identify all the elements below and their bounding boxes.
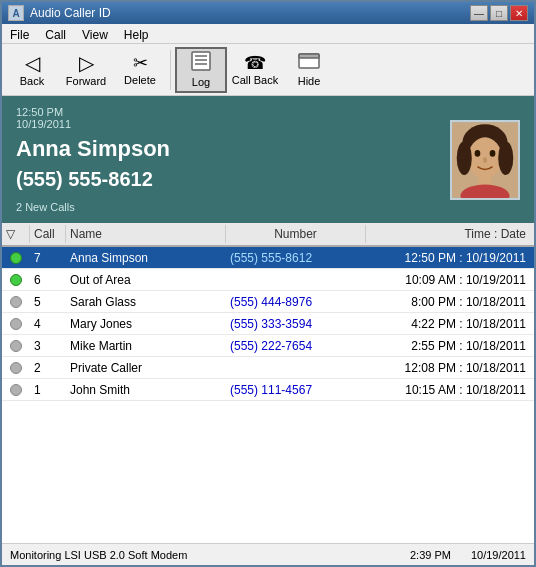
caller-panel: 12:50 PM 10/19/2011 Anna Simpson (555) 5… bbox=[2, 96, 534, 223]
status-dot-cell bbox=[2, 294, 30, 310]
call-time-date: 2:55 PM : 10/18/2011 bbox=[366, 337, 534, 355]
table-row[interactable]: 2 Private Caller 12:08 PM : 10/18/2011 bbox=[2, 357, 534, 379]
status-bar: Monitoring LSI USB 2.0 Soft Modem 2:39 P… bbox=[2, 543, 534, 565]
delete-label: Delete bbox=[124, 74, 156, 86]
status-dot-cell bbox=[2, 382, 30, 398]
callback-label: Call Back bbox=[232, 74, 278, 86]
hide-button[interactable]: Hide bbox=[283, 47, 335, 93]
call-id: 4 bbox=[30, 315, 66, 333]
call-name: Mike Martin bbox=[66, 337, 226, 355]
status-dot bbox=[10, 318, 22, 330]
call-number: (555) 555-8612 bbox=[226, 249, 366, 267]
forward-icon: ▷ bbox=[79, 53, 94, 73]
caller-datetime: 12:50 PM 10/19/2011 bbox=[16, 106, 170, 130]
callback-button[interactable]: ☎ Call Back bbox=[229, 47, 281, 93]
svg-point-10 bbox=[490, 150, 496, 157]
call-name: Anna Simpson bbox=[66, 249, 226, 267]
call-id: 3 bbox=[30, 337, 66, 355]
status-dot bbox=[10, 340, 22, 352]
svg-point-14 bbox=[457, 141, 472, 175]
call-name: John Smith bbox=[66, 381, 226, 399]
call-list-header: ▽ Call Name Number Time : Date bbox=[2, 223, 534, 247]
caller-info: 12:50 PM 10/19/2011 Anna Simpson (555) 5… bbox=[16, 106, 170, 213]
forward-button[interactable]: ▷ Forward bbox=[60, 47, 112, 93]
back-icon: ◁ bbox=[25, 53, 40, 73]
call-id: 5 bbox=[30, 293, 66, 311]
call-number: (555) 333-3594 bbox=[226, 315, 366, 333]
call-id: 6 bbox=[30, 271, 66, 289]
svg-point-15 bbox=[498, 141, 513, 175]
minimize-button[interactable]: — bbox=[470, 5, 488, 21]
call-id: 7 bbox=[30, 249, 66, 267]
status-bar-right: 2:39 PM 10/19/2011 bbox=[410, 549, 526, 561]
call-number: (555) 222-7654 bbox=[226, 337, 366, 355]
menu-file[interactable]: File bbox=[2, 26, 37, 41]
status-dot bbox=[10, 274, 22, 286]
call-name: Mary Jones bbox=[66, 315, 226, 333]
call-id: 1 bbox=[30, 381, 66, 399]
caller-new-calls: 2 New Calls bbox=[16, 201, 170, 213]
status-dot-cell bbox=[2, 250, 30, 266]
menu-bar: File Call View Help bbox=[2, 24, 534, 44]
hide-icon bbox=[298, 52, 320, 73]
status-time: 2:39 PM bbox=[410, 549, 451, 561]
back-label: Back bbox=[20, 75, 44, 87]
call-rows: 7 Anna Simpson (555) 555-8612 12:50 PM :… bbox=[2, 247, 534, 401]
caller-number: (555) 555-8612 bbox=[16, 168, 170, 191]
callback-icon: ☎ bbox=[244, 54, 266, 72]
delete-icon: ✂ bbox=[133, 54, 148, 72]
toolbar-separator bbox=[170, 50, 171, 90]
table-row[interactable]: 7 Anna Simpson (555) 555-8612 12:50 PM :… bbox=[2, 247, 534, 269]
call-list: ▽ Call Name Number Time : Date 7 Anna Si… bbox=[2, 223, 534, 543]
table-row[interactable]: 5 Sarah Glass (555) 444-8976 8:00 PM : 1… bbox=[2, 291, 534, 313]
app-icon: A bbox=[8, 5, 24, 21]
window-title: Audio Caller ID bbox=[30, 6, 111, 20]
call-id: 2 bbox=[30, 359, 66, 377]
call-number bbox=[226, 366, 366, 370]
maximize-button[interactable]: □ bbox=[490, 5, 508, 21]
main-window: A Audio Caller ID — □ ✕ File Call View H… bbox=[0, 0, 536, 567]
call-time-date: 8:00 PM : 10/18/2011 bbox=[366, 293, 534, 311]
svg-point-9 bbox=[475, 150, 481, 157]
status-dot-cell bbox=[2, 316, 30, 332]
caller-name: Anna Simpson bbox=[16, 136, 170, 162]
menu-call[interactable]: Call bbox=[37, 26, 74, 41]
call-time-date: 12:08 PM : 10/18/2011 bbox=[366, 359, 534, 377]
call-number: (555) 444-8976 bbox=[226, 293, 366, 311]
hide-label: Hide bbox=[298, 75, 321, 87]
table-row[interactable]: 3 Mike Martin (555) 222-7654 2:55 PM : 1… bbox=[2, 335, 534, 357]
status-dot bbox=[10, 296, 22, 308]
status-dot bbox=[10, 362, 22, 374]
menu-help[interactable]: Help bbox=[116, 26, 157, 41]
menu-view[interactable]: View bbox=[74, 26, 116, 41]
call-name: Private Caller bbox=[66, 359, 226, 377]
svg-rect-0 bbox=[192, 52, 210, 70]
back-button[interactable]: ◁ Back bbox=[6, 47, 58, 93]
col-call: Call bbox=[30, 225, 66, 243]
delete-button[interactable]: ✂ Delete bbox=[114, 47, 166, 93]
title-bar: A Audio Caller ID — □ ✕ bbox=[2, 2, 534, 24]
call-time-date: 4:22 PM : 10/18/2011 bbox=[366, 315, 534, 333]
table-row[interactable]: 6 Out of Area 10:09 AM : 10/19/2011 bbox=[2, 269, 534, 291]
table-row[interactable]: 4 Mary Jones (555) 333-3594 4:22 PM : 10… bbox=[2, 313, 534, 335]
log-button[interactable]: Log bbox=[175, 47, 227, 93]
forward-label: Forward bbox=[66, 75, 106, 87]
svg-rect-5 bbox=[299, 54, 319, 58]
log-icon bbox=[190, 51, 212, 74]
call-name: Sarah Glass bbox=[66, 293, 226, 311]
caller-photo bbox=[450, 120, 520, 200]
call-time-date: 12:50 PM : 10/19/2011 bbox=[366, 249, 534, 267]
col-time-date: Time : Date bbox=[366, 225, 534, 243]
call-number bbox=[226, 278, 366, 282]
status-dot-cell bbox=[2, 360, 30, 376]
log-label: Log bbox=[192, 76, 210, 88]
call-name: Out of Area bbox=[66, 271, 226, 289]
col-number: Number bbox=[226, 225, 366, 243]
status-dot bbox=[10, 384, 22, 396]
col-name: Name bbox=[66, 225, 226, 243]
col-sort[interactable]: ▽ bbox=[2, 225, 30, 243]
close-button[interactable]: ✕ bbox=[510, 5, 528, 21]
svg-point-11 bbox=[483, 157, 487, 163]
table-row[interactable]: 1 John Smith (555) 111-4567 10:15 AM : 1… bbox=[2, 379, 534, 401]
title-bar-buttons: — □ ✕ bbox=[470, 5, 528, 21]
